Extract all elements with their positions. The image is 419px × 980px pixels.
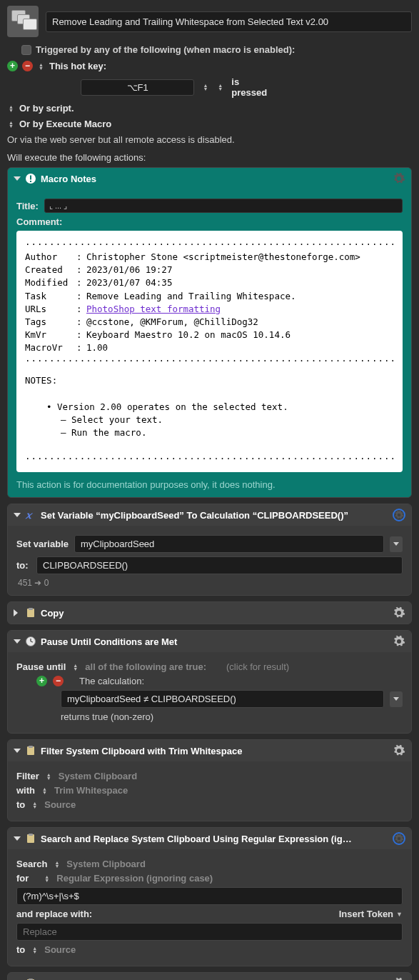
action-pause-until: Pause Until Conditions are Met Pause unt…: [7, 630, 412, 734]
for-label: for: [16, 873, 29, 884]
notes-heading: NOTES:: [25, 374, 394, 387]
disclosure-toggle[interactable]: [14, 639, 21, 644]
disclosure-toggle[interactable]: [14, 513, 21, 517]
gear-icon[interactable]: [393, 977, 405, 980]
clipboard-icon: [25, 833, 36, 844]
search-pattern-input[interactable]: [16, 887, 403, 905]
notes-title-input[interactable]: [44, 199, 403, 213]
all-true-label: all of the following are true:: [85, 661, 206, 672]
variable-dropdown[interactable]: [390, 536, 403, 552]
action-title: Set Variable “myClipboardSeed” To Calcul…: [41, 510, 348, 521]
clipboard-icon: [25, 607, 36, 619]
expression-dropdown[interactable]: [390, 691, 403, 707]
disclosure-toggle[interactable]: [14, 176, 21, 181]
regex-mode-label: Regular Expression (ignoring case): [56, 873, 213, 884]
url-link[interactable]: PhotoShop text formatting: [86, 303, 221, 316]
variable-name-input[interactable]: [74, 535, 384, 553]
with-label: with: [16, 785, 35, 796]
or-by-execute-macro-label: Or by Execute Macro: [19, 119, 111, 129]
set-variable-label: Set variable: [16, 539, 69, 549]
gear-icon[interactable]: [393, 635, 405, 648]
calculation-result: 451 ➜ 0: [16, 578, 403, 588]
clipboard-icon: [25, 745, 36, 756]
script-trigger-stepper[interactable]: ▲▼: [7, 105, 15, 112]
action-paste: Paste: [7, 972, 412, 980]
replace-with-label: and replace with:: [16, 909, 92, 919]
or-via-web-label: Or via the web server but all remote acc…: [7, 134, 235, 145]
filter-dest-stepper[interactable]: ▲▼: [31, 801, 39, 809]
trigger-enabled-checkbox[interactable]: [21, 45, 31, 55]
condition-mode-stepper[interactable]: ▲▼: [71, 664, 79, 671]
action-title: Copy: [41, 608, 64, 619]
hotkey-input[interactable]: [81, 79, 195, 96]
to-label: to:: [16, 560, 31, 571]
disclosure-toggle[interactable]: [14, 749, 21, 753]
action-title: Filter System Clipboard with Trim Whites…: [41, 746, 242, 756]
the-calculation-label: The calculation:: [79, 676, 144, 686]
remove-trigger-button[interactable]: −: [22, 61, 33, 71]
variable-x-icon: 𝑥: [25, 509, 36, 521]
add-condition-button[interactable]: +: [36, 676, 47, 686]
disclosure-toggle[interactable]: [14, 836, 21, 841]
system-clipboard-label: System Clipboard: [66, 859, 146, 869]
clock-icon: [25, 636, 36, 647]
hotkey-stepper[interactable]: ▲▼: [201, 84, 209, 91]
system-clipboard-label: System Clipboard: [59, 771, 138, 781]
action-set-variable: 𝑥 Set Variable “myClipboardSeed” To Calc…: [7, 504, 412, 596]
gear-icon[interactable]: [393, 172, 405, 185]
to-label: to: [16, 799, 25, 810]
svg-text:𝑥: 𝑥: [25, 510, 34, 521]
gear-icon[interactable]: [393, 744, 405, 757]
search-mode-stepper[interactable]: ▲▼: [43, 875, 51, 882]
notes-footer: This action is for documentation purpose…: [16, 479, 403, 490]
filter-type-stepper[interactable]: ▲▼: [41, 787, 49, 794]
add-trigger-button[interactable]: +: [7, 61, 18, 71]
source-label: Source: [44, 944, 76, 955]
this-hot-key-label: This hot key:: [49, 61, 106, 71]
svg-rect-2: [30, 181, 31, 182]
app-icon: [7, 6, 39, 37]
svg-rect-10: [29, 746, 33, 748]
remove-condition-button[interactable]: −: [53, 676, 64, 686]
source-label: Source: [44, 799, 76, 810]
action-macro-notes: Macro Notes Title: Comment: ············…: [7, 167, 412, 498]
returns-label: returns true (non-zero): [61, 711, 153, 722]
action-filter-clipboard: Filter System Clipboard with Trim Whites…: [7, 739, 412, 821]
to-label: to: [16, 944, 25, 955]
svg-rect-1: [30, 176, 31, 180]
is-pressed-label: is pressed: [231, 76, 269, 98]
svg-rect-5: [29, 608, 33, 610]
action-title: Search and Replace System Clipboard Usin…: [41, 834, 355, 844]
search-source-stepper[interactable]: ▲▼: [53, 861, 61, 868]
action-copy: Copy: [7, 601, 412, 624]
comment-label: Comment:: [16, 216, 62, 227]
comment-textarea[interactable]: ········································…: [16, 231, 403, 472]
execute-macro-trigger-stepper[interactable]: ▲▼: [7, 121, 15, 128]
pause-until-label: Pause until: [16, 661, 66, 672]
action-title: Pause Until Conditions are Met: [41, 636, 177, 647]
trim-whitespace-label: Trim Whitespace: [54, 785, 128, 796]
gear-icon[interactable]: [393, 509, 405, 521]
will-execute-label: Will execute the following actions:: [7, 152, 412, 163]
disclosure-toggle[interactable]: [14, 609, 21, 616]
search-dest-stepper[interactable]: ▲▼: [31, 946, 39, 954]
search-label: Search: [16, 859, 47, 869]
trigger-type-stepper[interactable]: ▲▼: [37, 63, 45, 70]
replace-input[interactable]: [16, 923, 403, 941]
press-mode-stepper[interactable]: ▲▼: [216, 84, 224, 91]
insert-token-button[interactable]: Insert Token ▼: [339, 909, 403, 919]
macro-title-input[interactable]: [46, 11, 412, 32]
filter-source-stepper[interactable]: ▲▼: [45, 773, 53, 780]
filter-label: Filter: [16, 771, 39, 781]
action-search-replace: Search and Replace System Clipboard Usin…: [7, 827, 412, 966]
gear-icon[interactable]: [393, 606, 405, 619]
or-by-script-label: Or by script.: [19, 103, 74, 114]
action-title: Macro Notes: [41, 174, 96, 184]
condition-expression-input[interactable]: [61, 690, 384, 708]
click-for-result[interactable]: (click for result): [226, 661, 289, 672]
warning-icon: [25, 173, 36, 184]
calculation-input[interactable]: [36, 556, 403, 574]
triggered-by-label: Triggered by any of the following (when …: [36, 44, 295, 55]
title-label: Title:: [16, 201, 39, 211]
gear-icon[interactable]: [393, 832, 405, 845]
